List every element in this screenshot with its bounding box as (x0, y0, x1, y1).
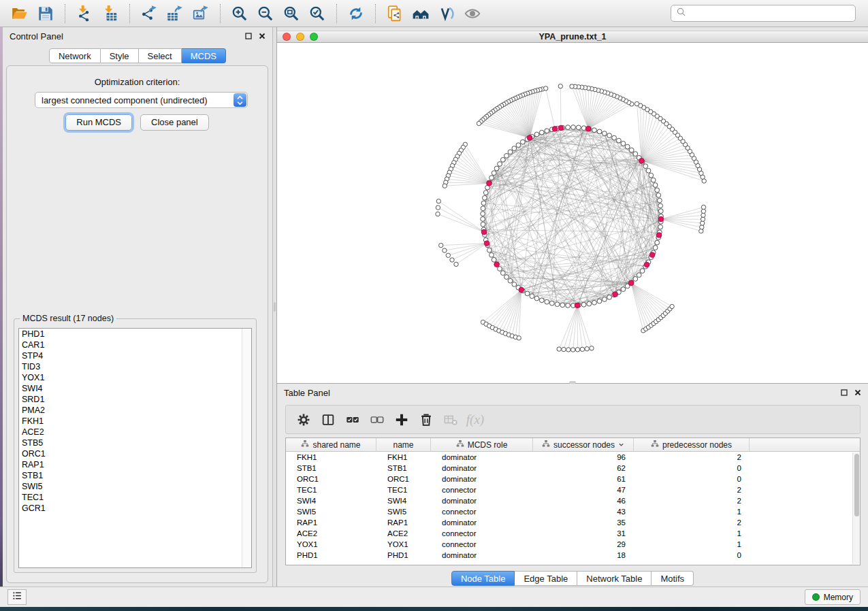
cell-predecessor-nodes: 1 (634, 528, 750, 539)
cell-name: PHD1 (376, 550, 431, 561)
mcds-result-item[interactable]: TEC1 (19, 492, 251, 503)
table-row[interactable]: FKH1FKH1dominator962 (286, 452, 860, 463)
network-window-titlebar[interactable]: YPA_prune.txt_1 (277, 31, 868, 43)
split-panel-icon[interactable] (316, 410, 340, 430)
run-mcds-button[interactable]: Run MCDS (65, 114, 132, 131)
export-image-icon[interactable] (190, 3, 212, 24)
column-header-predecessor-nodes[interactable]: predecessor nodes (634, 438, 750, 451)
table-panel-header: Table Panel (277, 384, 868, 401)
close-panel-button[interactable]: Close panel (140, 114, 209, 131)
tab-network[interactable]: Network (49, 48, 101, 63)
cell-predecessor-nodes: 0 (634, 474, 750, 484)
tab-edge-table[interactable]: Edge Table (515, 571, 577, 586)
table-row[interactable]: PHD1PHD1dominator180 (286, 550, 860, 561)
table-scrollbar-thumb[interactable] (854, 454, 859, 516)
cell-predecessor-nodes: 2 (634, 495, 750, 506)
mcds-result-item[interactable]: SWI5 (19, 481, 251, 492)
table-row[interactable]: YOX1YOX1connector291 (286, 539, 860, 550)
mcds-result-item[interactable]: ORC1 (19, 448, 251, 459)
import-table-icon[interactable] (99, 3, 121, 24)
table-row[interactable]: STB1STB1dominator620 (286, 463, 860, 474)
network-document-icon[interactable] (384, 3, 406, 24)
vertical-splitter[interactable] (272, 27, 277, 587)
tab-motifs[interactable]: Motifs (652, 571, 694, 586)
search-input[interactable] (688, 8, 851, 19)
mcds-result-item[interactable]: SWI4 (19, 383, 251, 394)
table-row[interactable]: SWI5SWI5connector431 (286, 506, 860, 517)
tab-style[interactable]: Style (101, 48, 139, 63)
tab-mcds[interactable]: MCDS (182, 48, 226, 63)
zoom-out-icon[interactable] (255, 3, 276, 24)
table-row[interactable]: ACE2ACE2connector311 (286, 528, 860, 539)
mcds-result-item[interactable]: GCR1 (19, 503, 251, 514)
toolbar-separator (129, 4, 130, 23)
refresh-network-icon[interactable] (345, 3, 367, 24)
column-header-successor-nodes[interactable]: successor nodes (533, 438, 634, 451)
splitter-handle[interactable] (274, 302, 276, 312)
column-label: name (393, 440, 413, 450)
criterion-select[interactable]: largest connected component (undirected) (35, 92, 248, 108)
float-panel-icon[interactable] (244, 33, 252, 40)
toolbar-separator (375, 4, 376, 23)
gear-icon[interactable] (291, 410, 316, 430)
table-row[interactable]: SWI4SWI4dominator462 (286, 495, 860, 506)
close-table-panel-icon[interactable] (854, 389, 861, 397)
column-header-MCDS-role[interactable]: MCDS role (431, 438, 533, 451)
vizmapper-icon[interactable] (436, 3, 457, 24)
mcds-result-item[interactable]: YOX1 (19, 372, 251, 383)
network-canvas[interactable] (277, 43, 868, 383)
zoom-selected-icon[interactable] (306, 3, 328, 24)
close-panel-icon[interactable] (258, 33, 266, 40)
mcds-result-item[interactable]: STB5 (19, 437, 251, 448)
column-header-shared-name[interactable]: shared name (286, 438, 376, 451)
mcds-result-item[interactable]: ACE2 (19, 427, 251, 437)
export-table-icon[interactable] (164, 3, 186, 24)
table-scrollbar[interactable] (852, 452, 860, 564)
delete-column-icon[interactable] (414, 410, 438, 430)
mcds-result-item[interactable]: FKH1 (19, 416, 251, 427)
export-network-icon[interactable] (138, 3, 160, 24)
mcds-result-item[interactable]: TID3 (19, 361, 251, 372)
import-network-icon[interactable] (74, 3, 95, 24)
save-session-icon[interactable] (35, 3, 57, 24)
mcds-result-item[interactable]: PMA2 (19, 405, 251, 416)
mcds-result-item[interactable]: RAP1 (19, 459, 251, 470)
mcds-result-item[interactable]: STP4 (19, 350, 251, 361)
cell-shared-name: STB1 (286, 463, 376, 474)
column-header-name[interactable]: name (376, 438, 431, 451)
table-row[interactable]: ORC1ORC1dominator610 (286, 474, 860, 484)
zoom-in-icon[interactable] (229, 3, 251, 24)
table-row[interactable]: RAP1RAP1dominator352 (286, 517, 860, 528)
task-history-button[interactable] (7, 589, 27, 605)
eye-icon (462, 3, 483, 24)
mcds-list-scrollbar[interactable] (242, 329, 251, 567)
search-box[interactable] (671, 5, 856, 22)
network-graph[interactable] (277, 43, 868, 383)
tab-select[interactable]: Select (139, 48, 182, 63)
mcds-result-item[interactable]: PHD1 (19, 329, 251, 340)
cell-successor-nodes: 47 (533, 484, 634, 495)
mcds-result-item[interactable]: CAR1 (19, 340, 251, 350)
control-panel-title: Control Panel (10, 31, 63, 42)
horizontal-splitter-handle[interactable] (569, 381, 576, 384)
main-toolbar (0, 0, 868, 27)
tab-network-table[interactable]: Network Table (577, 571, 652, 586)
search-icon (675, 6, 688, 21)
cell-predecessor-nodes: 1 (634, 506, 750, 517)
houses-icon[interactable] (410, 3, 432, 24)
float-table-panel-icon[interactable] (840, 389, 848, 397)
mcds-result-item[interactable]: STB1 (19, 470, 251, 481)
mcds-result-list[interactable]: PHD1CAR1STP4TID3YOX1SWI4SRD1PMA2FKH1ACE2… (18, 328, 252, 568)
add-column-icon[interactable] (389, 410, 414, 430)
tab-node-table[interactable]: Node Table (451, 571, 515, 586)
select-all-icon[interactable] (340, 410, 365, 430)
cell-name: YOX1 (376, 539, 431, 550)
cell-MCDS-role: connector (431, 539, 533, 550)
mcds-result-item[interactable]: SRD1 (19, 394, 251, 405)
deselect-all-icon[interactable] (365, 410, 389, 430)
table-row[interactable]: TEC1TEC1connector472 (286, 484, 860, 495)
zoom-fit-icon[interactable] (280, 3, 302, 24)
memory-button[interactable]: Memory (805, 589, 861, 605)
table-toolbar: f(x) (285, 405, 861, 434)
folder-open-icon[interactable] (9, 3, 31, 24)
